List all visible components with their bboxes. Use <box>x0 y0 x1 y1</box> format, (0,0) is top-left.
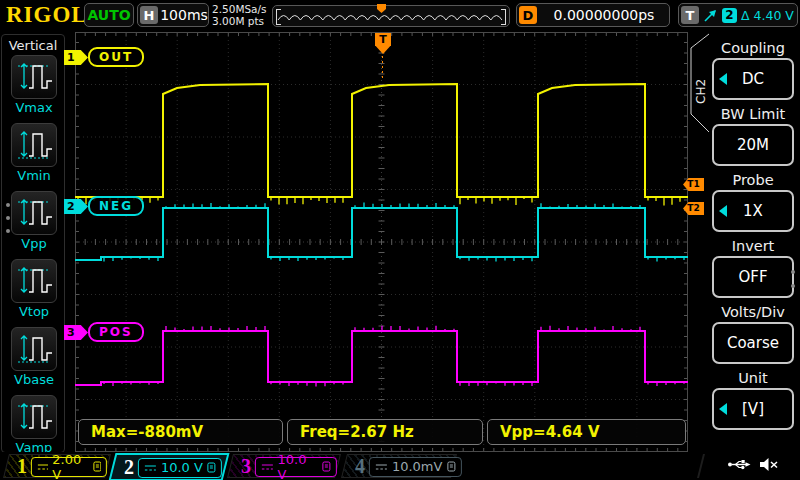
channel-memory-icon <box>447 461 456 472</box>
measurement-readout-vpp: Vpp=4.64 V <box>487 419 686 445</box>
window-bracket-right <box>501 9 506 25</box>
menu-page-dot <box>791 270 795 274</box>
trigger-level-value: Δ 4.40 V <box>741 8 794 23</box>
sidebar-item-vpp[interactable]: Vpp <box>11 191 57 251</box>
trigger-source-badge: 2 <box>722 8 737 23</box>
delay-box: D 0.00000000ps <box>516 3 670 27</box>
trigger-position-line <box>382 56 383 78</box>
menu-item-unit[interactable]: Unit [V] <box>712 370 794 430</box>
ch3-trace-label: POS <box>88 322 144 342</box>
dc-coupling-icon <box>261 462 274 470</box>
timebase-value: 100ms <box>160 7 208 23</box>
vtop-waveform-icon <box>11 259 57 303</box>
vbase-waveform-icon <box>11 327 57 371</box>
menu-arrow-0 <box>719 73 727 85</box>
memory-waveform-icon <box>275 8 505 24</box>
dc-coupling-icon <box>144 463 157 471</box>
measure-menu: Vertical Vmax Vmin Vpp Vtop <box>1 34 65 453</box>
menu-arrow-5 <box>719 403 727 415</box>
measure-menu-title: Vertical <box>2 38 64 53</box>
waveform-display: 1 2 3 OUT NEG POS T T1 T2 Max=-880mV Fre… <box>75 32 688 452</box>
sidebar-item-vbase[interactable]: Vbase <box>11 327 57 387</box>
dc-coupling-icon <box>37 462 48 470</box>
delay-value: 0.00000000ps <box>539 7 669 23</box>
trigger-status-box: T 2 Δ 4.40 V <box>678 3 798 27</box>
measurement-readout-max: Max=-880mV <box>78 419 283 445</box>
channel-memory-icon <box>93 461 101 472</box>
sidebar-item-vmax[interactable]: Vmax <box>11 55 57 115</box>
run-state-badge: AUTO <box>84 3 134 27</box>
status-bar-divider <box>697 454 705 478</box>
channel-menu: CH2 Coupling DC BW Limit 20M Probe 1X In… <box>688 32 800 452</box>
menu-item-coupling[interactable]: Coupling DC <box>712 40 794 100</box>
oscilloscope-screen: RIGOL AUTO H 100ms 2.50MSa/s 3.00M pts D… <box>0 0 800 480</box>
menu-page-dot <box>6 216 10 220</box>
horizontal-label: H <box>140 6 158 24</box>
vamp-waveform-icon <box>11 395 57 439</box>
trigger-label: T <box>681 6 699 24</box>
channel3-status[interactable]: 3 10.0 V <box>227 454 341 478</box>
vpp-waveform-icon <box>11 191 57 235</box>
channel4-status[interactable]: 4 10.0mV <box>341 454 457 478</box>
ch1-trace-label: OUT <box>88 47 144 67</box>
top-status-bar: RIGOL AUTO H 100ms 2.50MSa/s 3.00M pts D… <box>0 0 800 30</box>
menu-page-dot <box>6 229 10 233</box>
sidebar-item-vtop[interactable]: Vtop <box>11 259 57 319</box>
rising-slope-icon <box>703 8 718 23</box>
memory-depth: 3.00M pts <box>212 15 272 27</box>
sidebar-item-vamp[interactable]: Vamp <box>11 395 57 455</box>
graticule-and-traces <box>75 32 688 452</box>
channel-memory-icon <box>207 462 216 473</box>
delay-label: D <box>519 6 537 24</box>
window-bracket-left <box>276 9 281 25</box>
horizontal-timebase-box: H 100ms <box>137 3 209 27</box>
vmax-waveform-icon <box>11 55 57 99</box>
usb-icon <box>727 458 751 471</box>
menu-item-probe[interactable]: Probe 1X <box>712 172 794 232</box>
channel-status-bar: 1 2.00 V 2 10.0 V 3 <box>0 452 800 480</box>
speaker-muted-icon <box>759 457 778 472</box>
menu-tab-ch2: CH2 <box>694 79 708 104</box>
menu-page-dot <box>791 284 795 288</box>
channel-memory-icon <box>322 461 331 472</box>
measurement-readout-freq: Freq=2.67 Hz <box>287 419 483 445</box>
vmin-waveform-icon <box>11 123 57 167</box>
memory-position-bar[interactable] <box>272 5 510 27</box>
channel2-status[interactable]: 2 10.0 V <box>109 453 230 480</box>
acquisition-info: 2.50MSa/s 3.00M pts <box>212 3 272 27</box>
dc-coupling-icon <box>375 462 388 470</box>
sample-rate: 2.50MSa/s <box>212 3 272 15</box>
menu-arrow-2 <box>719 205 727 217</box>
menu-item-invert[interactable]: Invert OFF <box>712 238 794 298</box>
rigol-logo: RIGOL <box>6 2 88 28</box>
menu-page-dot <box>6 203 10 207</box>
channel1-status[interactable]: 1 2.00 V <box>3 454 111 478</box>
ch2-trace-label: NEG <box>88 196 144 216</box>
menu-item-bw-limit[interactable]: BW Limit 20M <box>712 106 794 166</box>
sidebar-item-vmin[interactable]: Vmin <box>11 123 57 183</box>
menu-item-volts-div[interactable]: Volts/Div Coarse <box>712 304 794 364</box>
